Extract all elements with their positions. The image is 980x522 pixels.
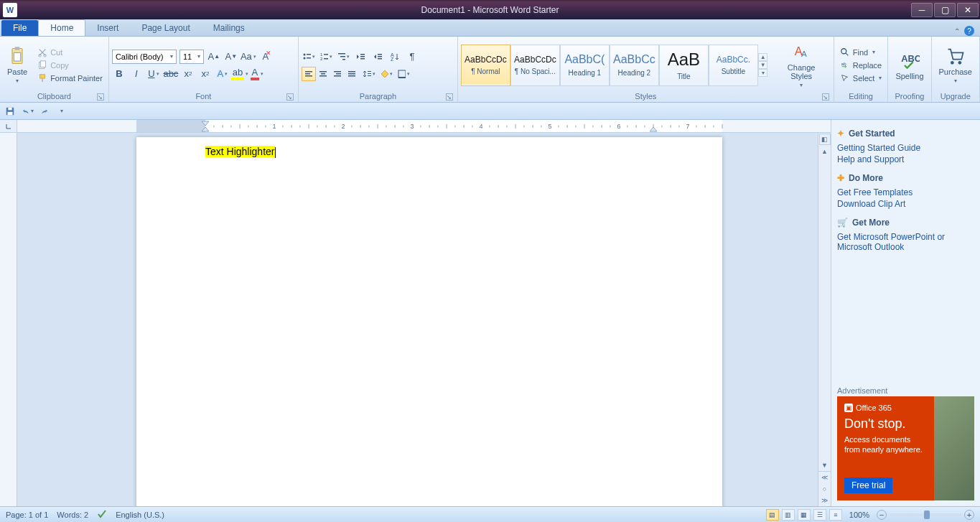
- find-button[interactable]: Find▾: [837, 47, 885, 58]
- next-page-button[interactable]: ≫: [819, 495, 831, 506]
- gallery-up-button[interactable]: ▲: [758, 53, 768, 61]
- scroll-up-button[interactable]: ▲: [819, 146, 831, 157]
- page-status[interactable]: Page: 1 of 1: [6, 511, 48, 519]
- align-center-button[interactable]: [316, 67, 330, 81]
- clipboard-dialog-launcher[interactable]: ↘: [97, 93, 104, 101]
- tab-mailings[interactable]: Mailings: [202, 20, 256, 36]
- tab-file[interactable]: File: [1, 20, 38, 36]
- multilevel-list-button[interactable]: [336, 50, 350, 64]
- language-status[interactable]: English (U.S.): [116, 511, 164, 519]
- print-layout-view-button[interactable]: ▤: [766, 509, 779, 521]
- bold-button[interactable]: B: [112, 67, 126, 81]
- draft-view-button[interactable]: ≡: [829, 509, 842, 521]
- line-spacing-button[interactable]: [362, 67, 376, 81]
- change-styles-button[interactable]: AA Change Styles▾: [772, 40, 830, 90]
- vertical-ruler[interactable]: [0, 133, 17, 506]
- font-size-combo[interactable]: 11▾: [179, 50, 204, 64]
- close-button[interactable]: ✕: [957, 3, 979, 17]
- zoom-level[interactable]: 100%: [849, 511, 869, 519]
- web-layout-view-button[interactable]: ▦: [798, 509, 811, 521]
- domore-link-1[interactable]: Download Clip Art: [837, 199, 974, 209]
- tab-home[interactable]: Home: [38, 19, 85, 36]
- font-color-button[interactable]: A: [250, 67, 264, 81]
- svg-rect-24: [378, 56, 382, 57]
- replace-button[interactable]: abReplace: [837, 60, 885, 71]
- superscript-button[interactable]: x2: [198, 67, 213, 81]
- shrink-font-button[interactable]: A▼: [224, 50, 238, 64]
- gallery-more-button[interactable]: ▾: [758, 69, 768, 77]
- full-screen-view-button[interactable]: ▥: [782, 509, 795, 521]
- getstarted-link-0[interactable]: Getting Started Guide: [837, 143, 974, 153]
- minimize-ribbon-icon[interactable]: ⌃: [954, 27, 960, 35]
- zoom-in-button[interactable]: +: [964, 510, 974, 520]
- copy-button[interactable]: Copy: [34, 60, 106, 71]
- tab-selector[interactable]: [0, 120, 17, 133]
- ruler-toggle-button[interactable]: ◧: [819, 134, 831, 145]
- scroll-down-button[interactable]: ▼: [819, 460, 831, 471]
- text-effects-button[interactable]: A: [215, 67, 230, 81]
- shading-button[interactable]: [379, 67, 393, 81]
- document-text[interactable]: Text Highlighter: [205, 146, 276, 158]
- align-right-button[interactable]: [330, 67, 345, 81]
- word-count[interactable]: Words: 2: [57, 511, 88, 519]
- redo-button[interactable]: [37, 104, 52, 118]
- horizontal-ruler[interactable]: 12345678: [17, 120, 831, 133]
- style-subtitle[interactable]: AaBbCc.Subtitle: [709, 45, 758, 86]
- maximize-button[interactable]: ▢: [934, 3, 956, 17]
- minimize-button[interactable]: ─: [911, 3, 933, 17]
- purchase-button[interactable]: Purchase▾: [935, 45, 976, 85]
- clear-formatting-button[interactable]: A✕: [258, 50, 273, 64]
- font-dialog-launcher[interactable]: ↘: [286, 93, 294, 101]
- save-button[interactable]: [3, 104, 17, 118]
- spelling-button[interactable]: ABC Spelling: [891, 49, 928, 82]
- outline-view-button[interactable]: ☰: [813, 509, 826, 521]
- help-icon[interactable]: ?: [964, 26, 974, 36]
- font-name-combo[interactable]: Calibri (Body)▾: [112, 50, 177, 64]
- domore-link-0[interactable]: Get Free Templates: [837, 187, 974, 197]
- getmore-link-0[interactable]: Get Microsoft PowerPoint or Microsoft Ou…: [837, 232, 974, 252]
- align-left-button[interactable]: [302, 67, 316, 81]
- zoom-slider[interactable]: [890, 513, 961, 516]
- style---normal[interactable]: AaBbCcDc¶ Normal: [461, 45, 510, 86]
- show-hide-button[interactable]: ¶: [405, 50, 419, 64]
- format-painter-button[interactable]: Format Painter: [34, 73, 106, 84]
- document-canvas[interactable]: Text Highlighter: [17, 133, 818, 506]
- browse-object-button[interactable]: ○: [819, 483, 831, 495]
- style-title[interactable]: AaBTitle: [659, 45, 709, 86]
- getstarted-link-1[interactable]: Help and Support: [837, 154, 974, 164]
- underline-button[interactable]: U: [146, 67, 161, 81]
- paste-button[interactable]: Paste ▾: [3, 45, 32, 85]
- undo-button[interactable]: ▾: [20, 104, 34, 118]
- grow-font-button[interactable]: A▲: [207, 50, 221, 64]
- increase-indent-button[interactable]: [370, 50, 385, 64]
- style-heading-2[interactable]: AaBbCcHeading 2: [610, 45, 659, 86]
- tab-page-layout[interactable]: Page Layout: [130, 20, 201, 36]
- tab-insert[interactable]: Insert: [85, 20, 130, 36]
- borders-button[interactable]: [396, 67, 411, 81]
- justify-button[interactable]: [345, 67, 359, 81]
- numbering-button[interactable]: 12: [319, 50, 333, 64]
- bullets-button[interactable]: [302, 50, 316, 64]
- subscript-button[interactable]: x2: [181, 67, 195, 81]
- sort-button[interactable]: AZ: [388, 50, 402, 64]
- decrease-indent-button[interactable]: [353, 50, 368, 64]
- qat-customize-button[interactable]: ▾: [55, 104, 69, 118]
- italic-button[interactable]: I: [129, 67, 144, 81]
- paragraph-dialog-launcher[interactable]: ↘: [446, 93, 453, 101]
- change-case-button[interactable]: Aa: [241, 50, 256, 64]
- select-button[interactable]: Select▾: [837, 73, 885, 84]
- gallery-down-button[interactable]: ▼: [758, 61, 768, 69]
- zoom-out-button[interactable]: −: [877, 510, 887, 520]
- ad-banner[interactable]: ▣Office 365 Don't stop. Access documents…: [837, 396, 974, 500]
- prev-page-button[interactable]: ≪: [819, 472, 831, 483]
- cut-button[interactable]: Cut: [34, 47, 106, 58]
- highlight-button[interactable]: ab: [233, 67, 247, 81]
- style-heading-1[interactable]: AaBbC(Heading 1: [560, 45, 610, 86]
- style---no-spaci---[interactable]: AaBbCcDc¶ No Spaci...: [510, 45, 560, 86]
- strikethrough-button[interactable]: abc: [164, 67, 178, 81]
- proofing-status-icon[interactable]: [97, 509, 107, 521]
- styles-dialog-launcher[interactable]: ↘: [822, 93, 829, 101]
- ad-cta-button[interactable]: Free trial: [844, 477, 892, 493]
- page[interactable]: Text Highlighter: [136, 137, 722, 506]
- vertical-scrollbar[interactable]: ◧ ▲ ▼ ≪ ○ ≫: [818, 133, 831, 506]
